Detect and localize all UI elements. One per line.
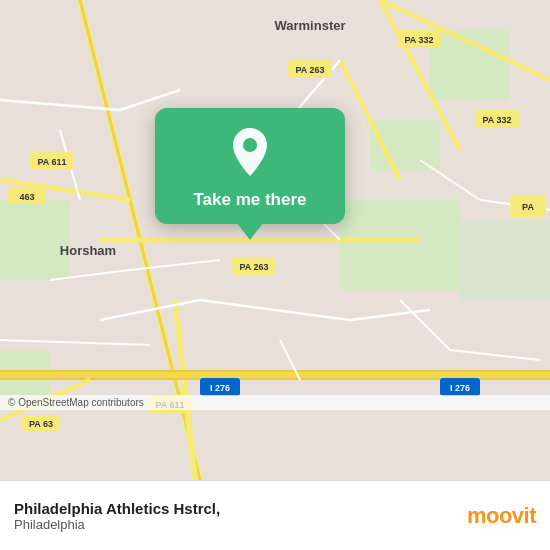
svg-text:I 276: I 276 [450,383,470,393]
take-me-there-button[interactable]: Take me there [193,190,306,210]
svg-text:PA 263: PA 263 [239,262,268,272]
place-info: Philadelphia Athletics Hstrcl, Philadelp… [14,500,220,532]
place-city: Philadelphia [14,517,220,532]
copyright-text: © OpenStreetMap contributors [0,395,550,410]
svg-text:I 276: I 276 [210,383,230,393]
svg-text:PA 63: PA 63 [29,419,53,429]
svg-text:Horsham: Horsham [60,243,116,258]
svg-text:463: 463 [19,192,34,202]
place-name: Philadelphia Athletics Hstrcl, [14,500,220,517]
location-pin-icon [224,126,276,178]
svg-text:PA 332: PA 332 [482,115,511,125]
map-view: PA 611 PA 611 PA 63 PA 263 PA 263 PA 332… [0,0,550,480]
svg-rect-11 [0,372,550,378]
svg-text:PA 332: PA 332 [404,35,433,45]
moovit-logo: moovit [467,503,536,529]
bottom-bar: Philadelphia Athletics Hstrcl, Philadelp… [0,480,550,550]
svg-point-59 [243,138,257,152]
svg-rect-3 [0,200,70,280]
svg-text:PA: PA [522,202,534,212]
moovit-brand-label: moovit [467,503,536,529]
svg-rect-5 [460,220,550,300]
svg-text:Warminster: Warminster [274,18,345,33]
svg-rect-4 [340,200,460,290]
svg-text:PA 263: PA 263 [295,65,324,75]
svg-text:PA 611: PA 611 [37,157,66,167]
popup-card[interactable]: Take me there [155,108,345,224]
